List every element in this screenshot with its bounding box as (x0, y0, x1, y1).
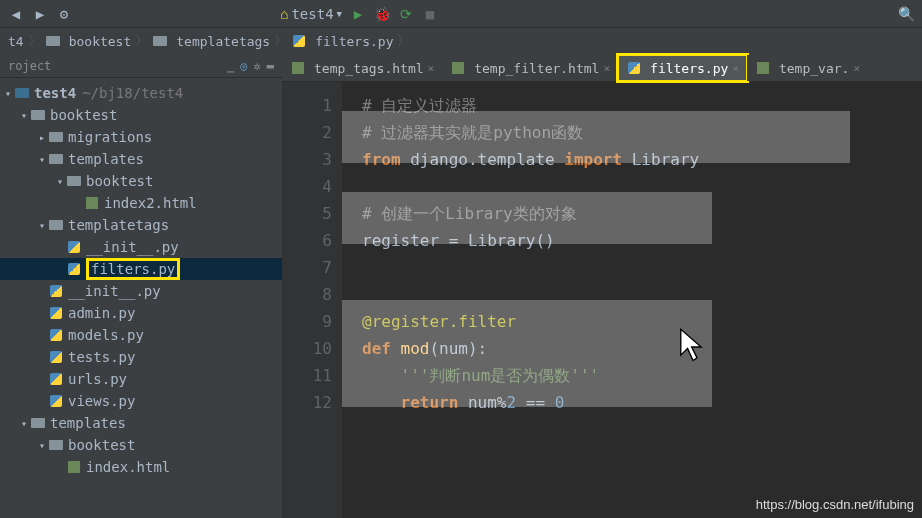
code-line[interactable]: def mod(num): (362, 335, 922, 362)
tree-row[interactable]: admin.py (0, 302, 282, 324)
html-file-icon (66, 460, 82, 474)
watermark: https://blog.csdn.net/ifubing (756, 497, 914, 512)
line-number: 9 (282, 308, 332, 335)
python-file-icon (48, 394, 64, 408)
code-token: django.template (410, 150, 564, 169)
tree-row[interactable]: ▸migrations (0, 126, 282, 148)
tree-row[interactable]: ▾templates (0, 148, 282, 170)
line-number: 6 (282, 227, 332, 254)
python-file-icon (626, 61, 642, 75)
breadcrumb-item[interactable]: t4 (4, 34, 28, 49)
code-line[interactable]: # 自定义过滤器 (362, 92, 922, 119)
run-icon[interactable]: ▶ (350, 6, 366, 22)
tree-row[interactable]: index.html (0, 456, 282, 478)
tree-row[interactable]: __init__.py (0, 280, 282, 302)
code-token: num% (468, 393, 507, 412)
python-file-icon (48, 306, 64, 320)
code-token (362, 393, 401, 412)
close-icon[interactable]: × (853, 62, 860, 75)
editor-tab[interactable]: filters.py× (618, 55, 747, 81)
forward-icon[interactable]: ▶ (32, 6, 48, 22)
close-icon[interactable]: × (732, 62, 739, 75)
tree-item-label: booktest (68, 437, 135, 453)
chevron-down-icon[interactable]: ▾ (18, 418, 30, 429)
back-icon[interactable]: ◀ (8, 6, 24, 22)
code-line[interactable] (362, 173, 922, 200)
chevron-down-icon[interactable]: ▾ (2, 88, 14, 99)
code-token: 2 (507, 393, 517, 412)
tree-item-label: migrations (68, 129, 152, 145)
tree-item-label: __init__.py (86, 239, 179, 255)
html-file-icon (84, 196, 100, 210)
python-file-icon (48, 328, 64, 342)
editor-tabs: temp_tags.html×temp_filter.html×filters.… (282, 54, 922, 82)
code-token: 0 (555, 393, 565, 412)
editor-tab[interactable]: temp_filter.html× (442, 55, 618, 81)
collapse-icon[interactable]: ⎯ (227, 59, 234, 73)
tree-row[interactable]: models.py (0, 324, 282, 346)
code-line[interactable]: register = Library() (362, 227, 922, 254)
tree-item-label: urls.py (68, 371, 127, 387)
tree-row[interactable]: ▾templates (0, 412, 282, 434)
editor-tab[interactable]: temp_tags.html× (282, 55, 442, 81)
debug-icon[interactable]: 🐞 (374, 6, 390, 22)
tree-row[interactable]: index2.html (0, 192, 282, 214)
python-file-icon (66, 262, 82, 276)
code-token: from (362, 150, 410, 169)
tree-row[interactable]: urls.py (0, 368, 282, 390)
tree-row[interactable]: ▾booktest (0, 170, 282, 192)
chevron-down-icon[interactable]: ▾ (54, 176, 66, 187)
tab-label: temp_var. (779, 61, 849, 76)
search-icon[interactable]: 🔍 (898, 6, 914, 22)
code-token (362, 366, 401, 385)
run-config-selector[interactable]: ⌂test4▼ (280, 6, 342, 22)
tree-row[interactable]: ▾booktest (0, 104, 282, 126)
code-token: def (362, 339, 401, 358)
tree-root[interactable]: ▾ test4 ~/bj18/test4 (0, 82, 282, 104)
gear-icon[interactable]: ⚙ (56, 6, 72, 22)
close-icon[interactable]: × (603, 62, 610, 75)
tree-item-label: templatetags (68, 217, 169, 233)
breadcrumb-item[interactable]: booktest (41, 34, 136, 49)
code-line[interactable] (362, 281, 922, 308)
code-line[interactable]: '''判断num是否为偶数''' (362, 362, 922, 389)
tree-row[interactable]: ▾templatetags (0, 214, 282, 236)
code-token: # 创建一个Library类的对象 (362, 204, 577, 223)
tree-row[interactable]: filters.py (0, 258, 282, 280)
project-tree[interactable]: ▾ test4 ~/bj18/test4 ▾booktest▸migration… (0, 78, 282, 518)
tree-row[interactable]: views.py (0, 390, 282, 412)
code-line[interactable]: from django.template import Library (362, 146, 922, 173)
python-file-icon (48, 372, 64, 386)
chevron-down-icon[interactable]: ▾ (18, 110, 30, 121)
tree-row[interactable]: tests.py (0, 346, 282, 368)
hide-icon[interactable]: ▬ (267, 59, 274, 73)
code-editor[interactable]: 123456789101112 # 自定义过滤器# 过滤器其实就是python函… (282, 82, 922, 518)
code-line[interactable] (362, 254, 922, 281)
folder-icon (152, 34, 168, 48)
gear-icon[interactable]: ✲ (254, 59, 261, 73)
line-number: 10 (282, 335, 332, 362)
close-icon[interactable]: × (428, 62, 435, 75)
tab-label: temp_filter.html (474, 61, 599, 76)
code-line[interactable]: # 创建一个Library类的对象 (362, 200, 922, 227)
chevron-down-icon[interactable]: ▾ (36, 220, 48, 231)
breadcrumb-item[interactable]: filters.py (287, 34, 397, 49)
python-file-icon (48, 350, 64, 364)
chevron-down-icon[interactable]: ▾ (36, 154, 48, 165)
chevron-down-icon[interactable]: ▾ (36, 440, 48, 451)
tree-row[interactable]: ▾booktest (0, 434, 282, 456)
tree-row[interactable]: __init__.py (0, 236, 282, 258)
compass-icon[interactable]: ⟳ (398, 6, 414, 22)
editor-tab[interactable]: temp_var.× (747, 55, 868, 81)
stop-icon[interactable]: ■ (422, 6, 438, 22)
chevron-right-icon[interactable]: ▸ (36, 132, 48, 143)
code-line[interactable]: # 过滤器其实就是python函数 (362, 119, 922, 146)
folder-icon (30, 416, 46, 430)
folder-icon (45, 34, 61, 48)
code-line[interactable]: @register.filter (362, 308, 922, 335)
html-file-icon (755, 61, 771, 75)
code-line[interactable]: return num%2 == 0 (362, 389, 922, 416)
target-icon[interactable]: ◎ (240, 59, 247, 73)
line-number: 12 (282, 389, 332, 416)
breadcrumb-item[interactable]: templatetags (148, 34, 274, 49)
